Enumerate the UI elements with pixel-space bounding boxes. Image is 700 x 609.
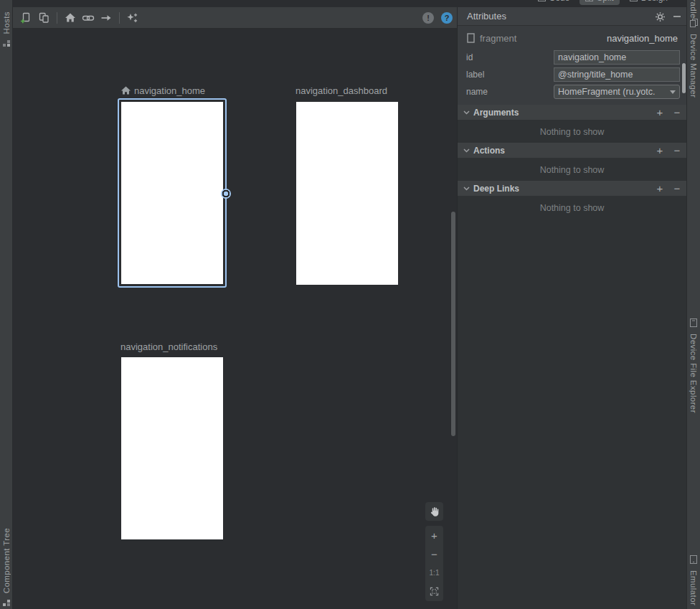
device-file-explorer-icon bbox=[690, 318, 697, 327]
sidebar-item-emulator[interactable]: Emulator bbox=[687, 555, 700, 605]
component-tree-icon bbox=[3, 600, 10, 607]
add-deep-link-button[interactable]: + bbox=[655, 184, 665, 194]
zoom-level-label[interactable]: 1:1 bbox=[425, 563, 443, 582]
remove-argument-button[interactable]: − bbox=[672, 108, 682, 118]
attributes-panel: Attributes fragment navigation_home id bbox=[457, 7, 686, 609]
sidebar-item-component-tree[interactable]: Component Tree bbox=[0, 528, 12, 607]
start-destination-home-icon bbox=[120, 85, 131, 95]
hosts-label: Hosts bbox=[2, 11, 11, 34]
name-field-label: name bbox=[466, 87, 488, 97]
field-row-id: id bbox=[466, 50, 679, 65]
zoom-in-button[interactable]: + bbox=[425, 526, 443, 544]
tab-code[interactable]: Code bbox=[532, 0, 576, 5]
split-icon bbox=[585, 0, 593, 1]
name-dropdown-value: HomeFragment (ru.yotc. bbox=[558, 87, 667, 97]
add-argument-button[interactable]: + bbox=[655, 108, 665, 118]
navigation-editor-window: Hosts Component Tree Code Split bbox=[0, 0, 700, 609]
canvas-vertical-scrollbar[interactable] bbox=[451, 212, 455, 436]
sidebar-item-hosts[interactable]: Hosts bbox=[0, 11, 12, 47]
fragment-preview-navigation-home[interactable] bbox=[121, 102, 223, 284]
zoom-to-fit-button[interactable] bbox=[425, 582, 443, 600]
chevron-down-icon bbox=[670, 90, 676, 94]
attributes-fields-area: fragment navigation_home id label name H… bbox=[458, 26, 686, 105]
design-icon bbox=[630, 0, 638, 1]
section-title: Arguments bbox=[473, 108, 519, 118]
field-row-label: label bbox=[466, 67, 679, 82]
section-header-deep-links[interactable]: Deep Links + − bbox=[458, 181, 686, 196]
section-header-actions[interactable]: Actions + − bbox=[458, 143, 686, 158]
chevron-down-icon[interactable] bbox=[463, 148, 470, 153]
navigation-graph-canvas[interactable]: navigation_home navigation_dashboard nav… bbox=[13, 29, 457, 609]
gear-icon[interactable] bbox=[654, 11, 666, 22]
sidebar-item-device-file-explorer[interactable]: Device File Explorer bbox=[687, 318, 700, 413]
section-title: Actions bbox=[473, 146, 505, 156]
section-header-arguments[interactable]: Arguments + − bbox=[458, 105, 686, 120]
action-arrow-button[interactable] bbox=[98, 10, 114, 26]
fragment-label-navigation-home[interactable]: navigation_home bbox=[120, 85, 205, 96]
id-field-label: id bbox=[466, 52, 473, 62]
component-id-value: navigation_home bbox=[607, 33, 678, 44]
new-destination-icon bbox=[20, 12, 32, 24]
code-icon bbox=[538, 0, 546, 1]
component-type-label: fragment bbox=[480, 33, 516, 44]
toolbar-status-icons: ! ? bbox=[422, 12, 453, 24]
zoom-controls: + − 1:1 bbox=[425, 526, 443, 601]
hosts-icon bbox=[3, 40, 10, 47]
name-dropdown[interactable]: HomeFragment (ru.yotc. bbox=[554, 85, 680, 99]
navigation-toolbar: ! ? bbox=[13, 7, 457, 29]
fragment-preview-navigation-notifications[interactable] bbox=[121, 357, 223, 539]
editor-mode-tabs: Code Split Design bbox=[532, 0, 673, 6]
component-summary-row: fragment navigation_home bbox=[467, 32, 678, 44]
action-connection-handle[interactable] bbox=[221, 189, 231, 199]
tab-split[interactable]: Split bbox=[580, 0, 619, 5]
device-manager-icon bbox=[690, 19, 698, 27]
device-manager-label: Device Manager bbox=[689, 34, 698, 98]
nested-graph-button[interactable] bbox=[36, 10, 52, 26]
panel-title: Attributes bbox=[467, 11, 506, 22]
zoom-to-fit-icon bbox=[430, 587, 439, 596]
warning-icon[interactable]: ! bbox=[422, 12, 434, 24]
field-row-name: name HomeFragment (ru.yotc. bbox=[466, 85, 679, 99]
remove-deep-link-button[interactable]: − bbox=[672, 184, 682, 194]
left-tool-stripe: Hosts Component Tree bbox=[0, 0, 13, 609]
tab-design[interactable]: Design bbox=[624, 0, 673, 5]
emulator-label: Emulator bbox=[689, 570, 698, 605]
action-arrow-icon bbox=[100, 12, 112, 24]
sidebar-item-gradle[interactable]: Gradle bbox=[687, 0, 700, 19]
deep-link-button[interactable] bbox=[80, 10, 96, 26]
remove-action-button[interactable]: − bbox=[672, 146, 682, 156]
new-destination-button[interactable] bbox=[18, 10, 34, 26]
toolbar-separator bbox=[119, 12, 120, 24]
attributes-panel-header: Attributes bbox=[458, 7, 686, 26]
deep-link-icon bbox=[82, 12, 95, 24]
home-icon bbox=[65, 12, 76, 23]
pan-button[interactable] bbox=[425, 502, 443, 521]
editor-tab-strip: Code Split Design bbox=[13, 0, 686, 7]
label-field-label: label bbox=[466, 70, 484, 80]
arguments-empty-text: Nothing to show bbox=[458, 127, 686, 137]
zoom-out-button[interactable]: − bbox=[425, 544, 443, 563]
id-input[interactable] bbox=[554, 50, 680, 65]
component-tree-label: Component Tree bbox=[2, 528, 11, 593]
add-action-button[interactable]: + bbox=[655, 146, 665, 156]
fragment-icon bbox=[467, 33, 475, 43]
auto-arrange-button[interactable] bbox=[125, 10, 141, 26]
panel-vertical-scrollbar[interactable] bbox=[682, 63, 686, 93]
deep-links-empty-text: Nothing to show bbox=[458, 203, 686, 213]
chevron-down-icon[interactable] bbox=[463, 187, 470, 191]
toolbar-separator bbox=[57, 12, 57, 24]
assign-start-button[interactable] bbox=[62, 10, 78, 26]
fragment-preview-navigation-dashboard[interactable] bbox=[296, 102, 398, 285]
label-input[interactable] bbox=[554, 67, 680, 82]
emulator-icon bbox=[690, 555, 697, 564]
fragment-label-navigation-dashboard[interactable]: navigation_dashboard bbox=[295, 85, 387, 96]
fragment-label-navigation-notifications[interactable]: navigation_notifications bbox=[120, 341, 217, 352]
auto-arrange-icon bbox=[126, 12, 139, 24]
section-title: Deep Links bbox=[473, 184, 519, 194]
gradle-label: Gradle bbox=[689, 0, 698, 19]
pan-hand-icon bbox=[429, 506, 440, 517]
help-icon[interactable]: ? bbox=[441, 12, 453, 24]
chevron-down-icon[interactable] bbox=[463, 110, 470, 115]
hide-panel-icon[interactable] bbox=[671, 11, 683, 22]
sidebar-item-device-manager[interactable]: Device Manager bbox=[687, 19, 700, 98]
